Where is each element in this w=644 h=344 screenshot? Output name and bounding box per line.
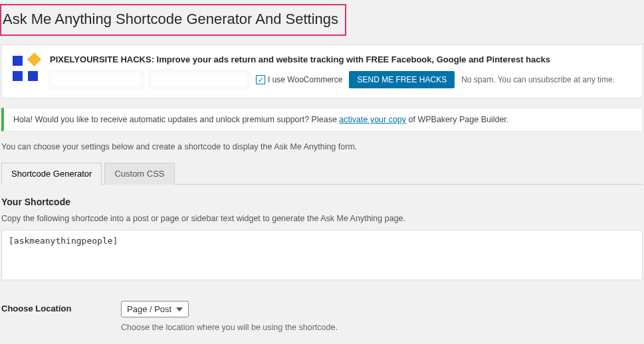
page-title: Ask Me Anything Shortcode Generator And … xyxy=(0,4,346,36)
tab-shortcode-generator[interactable]: Shortcode Generator xyxy=(1,163,102,185)
intro-text: You can choose your settings below and c… xyxy=(1,142,643,151)
location-desc: Choose the location where you will be us… xyxy=(121,323,643,332)
woocommerce-checkbox[interactable]: ✓ I use WooCommerce xyxy=(256,75,342,84)
shortcode-textarea[interactable]: [askmeanythingpeople] xyxy=(1,230,643,280)
pixelyoursite-logo-icon xyxy=(13,56,38,81)
notice-text-prefix: Hola! Would you like to receive automati… xyxy=(13,115,339,124)
activation-notice: Hola! Would you like to receive automati… xyxy=(1,108,643,131)
tab-custom-css[interactable]: Custom CSS xyxy=(104,163,174,185)
location-label: Choose Location xyxy=(1,301,121,313)
notice-text-suffix: of WPBakery Page Builder. xyxy=(406,115,508,124)
promo-headline: PIXELYOURSITE HACKS: Improve your ads re… xyxy=(50,54,631,64)
checkbox-checked-icon: ✓ xyxy=(256,75,265,84)
promo-name-input[interactable] xyxy=(50,71,143,88)
activate-link[interactable]: activate your copy xyxy=(339,115,406,124)
shortcode-section-desc: Copy the following shortcode into a post… xyxy=(1,214,643,223)
promo-banner: PIXELYOURSITE HACKS: Improve your ads re… xyxy=(1,44,643,98)
location-select[interactable]: Page / Post xyxy=(121,301,189,317)
shortcode-section-title: Your Shortcode xyxy=(1,197,643,207)
promo-email-input[interactable] xyxy=(150,71,249,88)
send-hacks-button[interactable]: SEND ME FREE HACKS xyxy=(349,71,455,88)
checkbox-label: I use WooCommerce xyxy=(268,75,342,84)
tab-bar: Shortcode Generator Custom CSS xyxy=(1,162,643,185)
promo-disclaimer: No spam. You can unsubscribe at any time… xyxy=(461,75,615,84)
